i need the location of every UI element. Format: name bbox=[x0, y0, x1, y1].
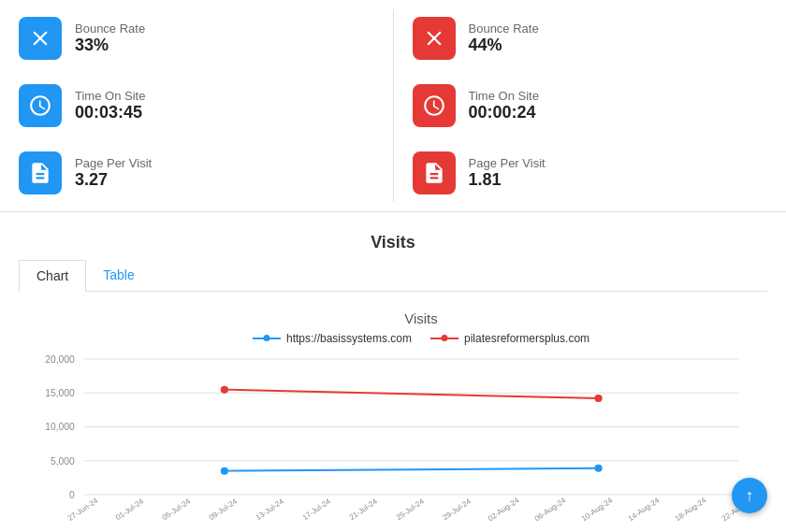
metric-value-page-per-visit-left: 3.27 bbox=[75, 170, 152, 190]
tabs-container: Chart Table bbox=[19, 260, 767, 292]
metric-text-time-on-site-right: Time On Site00:00:24 bbox=[469, 89, 539, 122]
svg-text:29-Jul-24: 29-Jul-24 bbox=[442, 497, 473, 523]
svg-text:20,000: 20,000 bbox=[45, 354, 75, 365]
svg-text:21-Jul-24: 21-Jul-24 bbox=[348, 497, 380, 523]
svg-text:15,000: 15,000 bbox=[45, 388, 75, 398]
svg-text:5,000: 5,000 bbox=[51, 456, 75, 467]
tab-chart[interactable]: Chart bbox=[19, 260, 86, 292]
metric-icon-time-on-site-right bbox=[413, 84, 456, 127]
svg-text:0: 0 bbox=[69, 490, 75, 500]
metric-item-bounce-rate-left: Bounce Rate33% bbox=[19, 9, 374, 67]
metrics-divider bbox=[393, 9, 394, 202]
metric-icon-page-per-visit-left bbox=[19, 151, 62, 194]
visits-section: Visits Chart Table Visits https://basiss… bbox=[0, 212, 786, 532]
metric-item-bounce-rate-right: Bounce Rate44% bbox=[413, 9, 768, 67]
metric-label-bounce-rate-left: Bounce Rate bbox=[75, 22, 145, 36]
svg-text:09-Jul-24: 09-Jul-24 bbox=[208, 497, 240, 523]
chart-legend: https://basissystems.com pilatesreformer… bbox=[84, 332, 758, 345]
metric-label-page-per-visit-left: Page Per Visit bbox=[75, 156, 152, 170]
svg-text:17-Jul-24: 17-Jul-24 bbox=[301, 497, 333, 523]
metric-text-page-per-visit-left: Page Per Visit3.27 bbox=[75, 156, 152, 190]
metric-item-page-per-visit-right: Page Per Visit1.81 bbox=[413, 144, 768, 202]
svg-text:13-Jul-24: 13-Jul-24 bbox=[255, 497, 286, 523]
metric-icon-page-per-visit-right bbox=[413, 151, 456, 194]
metric-value-bounce-rate-right: 44% bbox=[469, 36, 539, 55]
chart-svg: 05,00010,00015,00020,00027-Jun-2401-Jul-… bbox=[84, 354, 758, 532]
tab-table[interactable]: Table bbox=[86, 260, 151, 292]
svg-point-28 bbox=[594, 395, 602, 402]
svg-text:18-Aug-24: 18-Aug-24 bbox=[674, 496, 708, 523]
svg-text:06-Aug-24: 06-Aug-24 bbox=[533, 496, 568, 523]
svg-text:02-Aug-24: 02-Aug-24 bbox=[487, 496, 521, 523]
metrics-right: Bounce Rate44%Time On Site00:00:24Page P… bbox=[413, 9, 768, 202]
svg-point-25 bbox=[221, 467, 228, 475]
legend-line-blue bbox=[253, 338, 281, 339]
svg-point-26 bbox=[594, 465, 602, 472]
metric-icon-time-on-site-left bbox=[19, 84, 62, 127]
metric-text-time-on-site-left: Time On Site00:03:45 bbox=[75, 89, 145, 122]
metric-item-time-on-site-right: Time On Site00:00:24 bbox=[413, 77, 768, 135]
metric-icon-bounce-rate-right bbox=[413, 17, 456, 60]
metric-label-time-on-site-left: Time On Site bbox=[75, 89, 145, 103]
legend-item-blue: https://basissystems.com bbox=[253, 332, 412, 345]
metrics-section: Bounce Rate33%Time On Site00:03:45Page P… bbox=[0, 0, 786, 212]
chart-title: Visits bbox=[84, 310, 758, 326]
svg-text:01-Jul-24: 01-Jul-24 bbox=[114, 497, 146, 523]
legend-label-red: pilatesreformersplus.com bbox=[464, 332, 590, 345]
metric-icon-bounce-rate-left bbox=[19, 17, 62, 60]
svg-text:05-Jul-24: 05-Jul-24 bbox=[161, 497, 193, 523]
visits-title: Visits bbox=[19, 222, 767, 260]
metric-text-bounce-rate-right: Bounce Rate44% bbox=[469, 22, 539, 55]
metric-label-page-per-visit-right: Page Per Visit bbox=[469, 156, 546, 170]
metric-value-time-on-site-left: 00:03:45 bbox=[75, 103, 145, 122]
legend-label-blue: https://basissystems.com bbox=[286, 332, 412, 345]
svg-point-27 bbox=[221, 386, 228, 394]
metric-value-time-on-site-right: 00:00:24 bbox=[469, 103, 539, 122]
metrics-left: Bounce Rate33%Time On Site00:03:45Page P… bbox=[19, 9, 374, 202]
metric-value-bounce-rate-left: 33% bbox=[75, 36, 145, 55]
chart-container: Visits https://basissystems.com pilatesr… bbox=[19, 301, 767, 532]
metric-value-page-per-visit-right: 1.81 bbox=[469, 170, 546, 190]
scroll-top-button[interactable]: ↑ bbox=[732, 478, 767, 513]
metric-item-time-on-site-left: Time On Site00:03:45 bbox=[19, 77, 374, 135]
metric-label-bounce-rate-right: Bounce Rate bbox=[469, 22, 539, 36]
metric-text-page-per-visit-right: Page Per Visit1.81 bbox=[469, 156, 546, 190]
metric-item-page-per-visit-left: Page Per Visit3.27 bbox=[19, 144, 374, 202]
legend-item-red: pilatesreformersplus.com bbox=[430, 332, 590, 345]
svg-text:10-Aug-24: 10-Aug-24 bbox=[580, 496, 615, 523]
metric-text-bounce-rate-left: Bounce Rate33% bbox=[75, 22, 145, 55]
svg-text:14-Aug-24: 14-Aug-24 bbox=[627, 496, 662, 523]
svg-text:10,000: 10,000 bbox=[45, 423, 75, 433]
legend-line-red bbox=[430, 338, 458, 339]
svg-text:25-Jul-24: 25-Jul-24 bbox=[395, 497, 427, 523]
metric-label-time-on-site-right: Time On Site bbox=[469, 89, 539, 103]
